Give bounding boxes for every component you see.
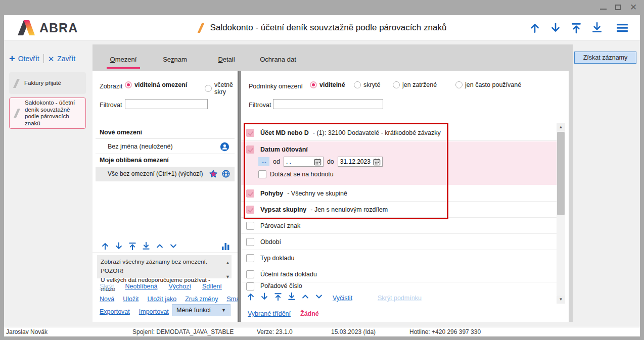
condition-row[interactable]: Vypsat skupiny - Jen s nenulovým rozdíle…	[241, 202, 557, 218]
get-records-button[interactable]: Získat záznamy	[574, 52, 636, 64]
checkbox-checked[interactable]	[246, 145, 254, 154]
default-link[interactable]: Výchozí	[168, 283, 191, 290]
new-restriction-header: Nové omezení	[100, 129, 142, 136]
close-tab-button[interactable]: ✕Zavřít	[48, 55, 75, 63]
condition-row[interactable]: Účetní řada dokladu	[241, 266, 557, 282]
sidebar-item-saldokonto[interactable]: Saldokonto - účetní deník souvztažně pod…	[9, 98, 86, 129]
date-to-input[interactable]	[340, 158, 372, 165]
restriction-order-toolbar	[101, 241, 178, 251]
move-to-top-icon[interactable]	[273, 292, 283, 301]
radio-icon	[205, 85, 212, 92]
checkbox-unchecked[interactable]	[246, 282, 254, 290]
date-range-editor: ... od do	[258, 157, 383, 167]
sidebar-item-faktury[interactable]: Faktury přijaté	[9, 72, 86, 94]
conditions-scrollbar[interactable]: ▲ ▼	[557, 123, 565, 304]
condition-row[interactable]: Párovací znak	[241, 218, 557, 234]
calendar-icon[interactable]	[373, 158, 381, 166]
tab-detail[interactable]: Detail	[201, 48, 252, 70]
checkbox-unchecked[interactable]	[246, 222, 254, 230]
arrow-to-bottom-icon[interactable]	[591, 22, 603, 34]
chevron-up-icon[interactable]	[155, 241, 164, 251]
move-down-icon[interactable]	[260, 292, 269, 301]
move-up-icon[interactable]	[246, 292, 255, 301]
hamburger-menu-icon[interactable]	[616, 22, 629, 34]
discard-changes-link[interactable]: Zruš změny	[185, 296, 218, 303]
checkbox-unchecked[interactable]	[258, 170, 266, 178]
scroll-down-icon[interactable]: ▼	[557, 296, 565, 304]
status-connection: Spojení: DEMODATA_JAVA_STABLE	[132, 328, 234, 335]
title-bar: ✕	[0, 0, 644, 15]
checkbox-checked[interactable]	[246, 189, 254, 198]
checkbox-checked[interactable]	[246, 129, 254, 137]
move-to-bottom-icon[interactable]	[287, 292, 296, 301]
status-version: Verze: 23.1.0	[257, 328, 293, 335]
scrollbar-thumb[interactable]	[557, 132, 565, 215]
move-to-bottom-icon[interactable]	[142, 241, 151, 251]
more-options-button[interactable]: ...	[258, 157, 269, 166]
status-user: Jaroslav Novák	[6, 328, 48, 335]
favorite-star-icon[interactable]	[209, 169, 218, 178]
clear-link[interactable]: Vyčistit	[333, 295, 352, 302]
radio-frequently-used[interactable]: jen často používané	[455, 81, 521, 88]
date-to-field[interactable]	[338, 157, 383, 167]
checkbox-unchecked[interactable]	[246, 254, 254, 262]
user-icon	[220, 142, 229, 152]
unfavorite-link[interactable]: Neoblíbená	[125, 283, 157, 290]
checkbox-checked[interactable]	[246, 206, 254, 214]
globe-icon[interactable]	[221, 169, 231, 178]
condition-row[interactable]: Účet MD nebo D - (1): 32100 Dodavatelé -…	[241, 125, 557, 141]
radio-icon	[455, 81, 463, 88]
condition-row[interactable]: Datum účtování	[241, 141, 557, 158]
sharing-link[interactable]: Sdílení	[202, 283, 222, 290]
calendar-icon[interactable]	[314, 158, 321, 166]
arrow-to-top-icon[interactable]	[570, 22, 582, 34]
new-link[interactable]: Nová	[100, 296, 114, 303]
save-link[interactable]: Uložit	[123, 296, 139, 303]
date-from-input[interactable]	[286, 158, 312, 165]
conditions-filter-input[interactable]	[273, 99, 383, 109]
scroll-down-icon[interactable]: ▼	[225, 272, 230, 281]
move-to-top-icon[interactable]	[128, 241, 137, 251]
less-functions-dropdown[interactable]: Méně funkcí ▼	[172, 304, 231, 316]
checkbox-unchecked[interactable]	[246, 270, 254, 278]
chevron-down-icon[interactable]	[314, 292, 324, 301]
open-button[interactable]: +Otevřít	[9, 54, 39, 64]
scroll-up-icon[interactable]: ▲	[557, 123, 565, 131]
conditions-label: Podmínky omezení	[249, 83, 303, 90]
chevron-up-icon[interactable]	[301, 292, 310, 301]
import-link[interactable]: Importovat	[139, 308, 169, 315]
tab-omezeni[interactable]: Omezení	[98, 48, 149, 70]
favorite-restriction-row[interactable]: Vše bez omezení (Ctrl+1) (výchozí)	[96, 167, 235, 181]
move-down-icon[interactable]	[114, 241, 123, 251]
checkbox-unchecked[interactable]	[246, 238, 254, 246]
close-button[interactable]: ✕	[627, 0, 640, 14]
tab-ochrana-dat[interactable]: Ochrana dat	[252, 48, 304, 70]
maximize-button[interactable]	[612, 0, 625, 14]
export-link[interactable]: Exportovat	[100, 308, 130, 315]
minimize-button[interactable]	[596, 0, 610, 14]
radio-visible-conditions[interactable]: viditelné	[310, 81, 345, 88]
panel-splitter[interactable]	[238, 71, 241, 322]
selected-sorting-link[interactable]: Vybrané třídění	[248, 310, 291, 317]
condition-row[interactable]: Období	[241, 234, 557, 250]
save-as-link[interactable]: Uložit jako	[147, 296, 176, 303]
date-from-field[interactable]	[284, 157, 324, 167]
radio-including-hidden[interactable]: včetně skry	[205, 81, 238, 95]
status-hotline: Hotline: +420 296 397 330	[409, 328, 481, 335]
arrow-down-icon[interactable]	[549, 22, 562, 34]
chart-icon[interactable]	[221, 241, 231, 253]
ask-value-option[interactable]: Dotázat se na hodnotu	[258, 170, 334, 178]
move-up-icon[interactable]	[101, 241, 110, 251]
condition-row[interactable]: Typ dokladu	[241, 250, 557, 266]
condition-row[interactable]: Pohyby - Všechny ve skupině	[241, 185, 557, 202]
window-title-area: Saldokonto - účetní deník souvztažně pod…	[198, 15, 447, 40]
tab-seznam[interactable]: Seznam	[149, 48, 201, 70]
unnamed-restriction-row[interactable]: Bez jména (neuložené)	[96, 139, 235, 154]
arrow-up-icon[interactable]	[529, 22, 541, 34]
chevron-down-icon[interactable]	[169, 241, 178, 251]
radio-hidden-conditions[interactable]: skryté	[354, 81, 380, 88]
radio-checked-only[interactable]: jen zatržené	[393, 81, 437, 88]
filter-input[interactable]	[125, 99, 208, 109]
scroll-up-icon[interactable]: ▲	[225, 258, 230, 267]
radio-visible-restrictions[interactable]: viditelná omezení	[125, 81, 187, 88]
